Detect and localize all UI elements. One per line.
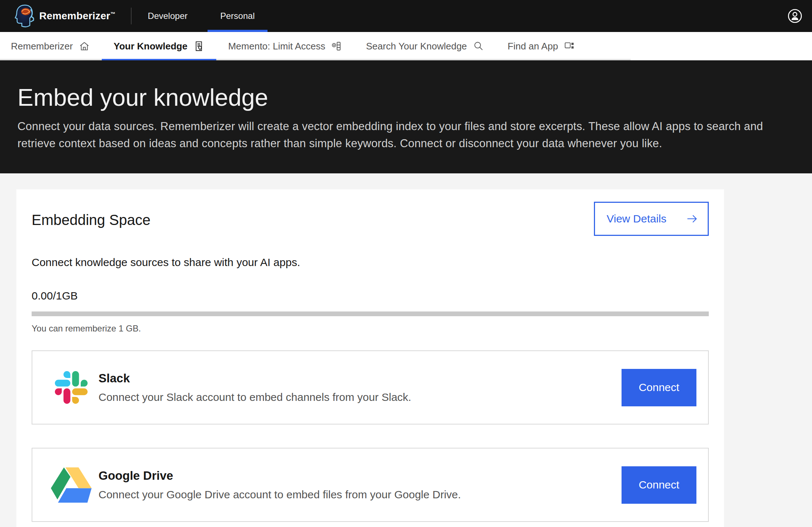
hero-banner: Embed your knowledge Connect your data s… — [0, 60, 812, 173]
main-content: Embedding Space View Details Connect kno… — [0, 173, 812, 526]
connect-slack-button[interactable]: Connect — [622, 369, 696, 406]
account-menu-button[interactable] — [787, 8, 803, 24]
source-text-block: Google Drive Connect your Google Drive a… — [99, 469, 461, 501]
connect-google-drive-button[interactable]: Connect — [622, 466, 696, 504]
document-search-icon — [193, 41, 204, 52]
nav-tab-your-knowledge[interactable]: Your Knowledge — [102, 32, 216, 60]
nav-tab-search-your-knowledge[interactable]: Search Your Knowledge — [354, 32, 496, 60]
nav-tab-label: Your Knowledge — [114, 41, 188, 52]
arrow-right-icon — [686, 213, 698, 225]
hero-title: Embed your knowledge — [17, 83, 795, 112]
storage-usage-caption: You can rememberize 1 GB. — [32, 323, 709, 334]
nav-tab-label: Search Your Knowledge — [366, 41, 467, 52]
secondary-nav: Rememberizer Your Knowledge Memento: Lim… — [0, 32, 812, 60]
card-subtitle: Connect knowledge sources to share with … — [32, 256, 709, 269]
source-description: Connect your Slack account to embed chan… — [99, 391, 411, 403]
storage-usage-value: 0.00/1GB — [32, 290, 709, 302]
source-icon-wrapper — [50, 371, 93, 404]
nav-tab-label: Find an App — [508, 41, 558, 52]
source-name: Slack — [99, 371, 411, 385]
source-icon-wrapper — [50, 467, 93, 503]
search-icon — [473, 41, 484, 52]
card-header: Embedding Space View Details — [32, 202, 709, 236]
nav-tab-label: Memento: Limit Access — [228, 41, 325, 52]
top-app-bar: Rememberizer™ Developer Personal — [0, 0, 812, 32]
hero-description: Connect your data sources. Rememberizer … — [17, 118, 790, 152]
rememberizer-logo-icon[interactable] — [14, 4, 36, 28]
topbar-link-developer[interactable]: Developer — [132, 0, 204, 32]
source-row-slack: Slack Connect your Slack account to embe… — [32, 350, 709, 425]
memento-filter-icon — [331, 41, 342, 52]
home-icon — [79, 41, 90, 52]
google-drive-icon — [51, 467, 92, 503]
topbar-link-personal[interactable]: Personal — [204, 0, 271, 32]
nav-tab-label: Rememberizer — [11, 41, 73, 52]
storage-progress-bar — [32, 311, 709, 316]
view-details-label: View Details — [607, 213, 667, 225]
view-details-button[interactable]: View Details — [594, 202, 709, 236]
source-description: Connect your Google Drive account to emb… — [99, 488, 461, 501]
user-avatar-icon — [787, 8, 803, 24]
embedding-space-card: Embedding Space View Details Connect kno… — [16, 189, 724, 527]
card-title: Embedding Space — [32, 211, 150, 229]
nav-tab-rememberizer-home[interactable]: Rememberizer — [0, 32, 102, 60]
brand-name: Rememberizer™ — [39, 10, 116, 22]
nav-tab-find-an-app[interactable]: Find an App — [496, 32, 587, 60]
nav-tab-memento-limit-access[interactable]: Memento: Limit Access — [216, 32, 354, 60]
slack-icon — [55, 371, 88, 404]
source-text-block: Slack Connect your Slack account to embe… — [99, 371, 411, 403]
source-row-google-drive: Google Drive Connect your Google Drive a… — [32, 448, 709, 522]
apps-grid-icon — [564, 41, 575, 52]
trademark-symbol: ™ — [110, 11, 115, 17]
source-name: Google Drive — [99, 469, 461, 483]
